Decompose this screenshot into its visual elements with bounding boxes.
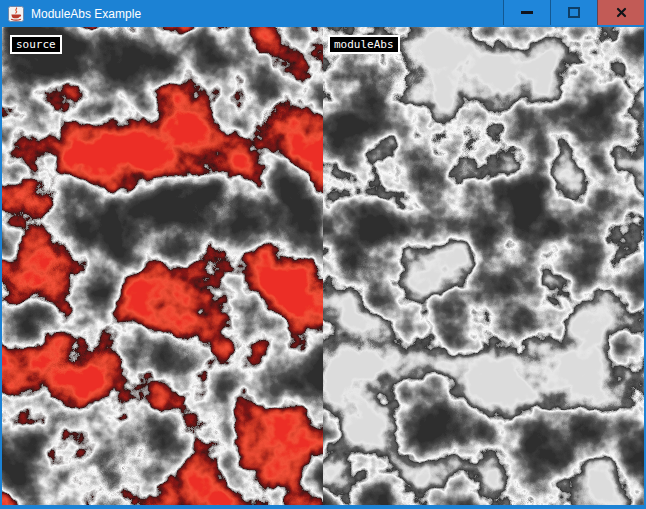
maximize-icon — [568, 7, 580, 18]
java-coffee-cup-icon[interactable] — [8, 6, 24, 22]
window-controls — [503, 0, 644, 25]
minimize-icon — [521, 11, 533, 14]
close-button[interactable] — [597, 0, 644, 25]
close-x-icon — [616, 7, 627, 18]
window-title: ModuleAbs Example — [31, 7, 503, 21]
moduleabs-image-panel: moduleAbs — [323, 27, 644, 505]
content-area: source — [0, 27, 646, 509]
moduleabs-label: moduleAbs — [328, 35, 400, 54]
app-window: ModuleAbs Example — [0, 0, 646, 509]
source-image-panel: source — [2, 27, 323, 505]
moduleabs-noise-image — [323, 27, 644, 505]
minimize-button[interactable] — [503, 0, 550, 25]
titlebar[interactable]: ModuleAbs Example — [0, 0, 646, 27]
maximize-button[interactable] — [550, 0, 597, 25]
source-noise-image — [2, 27, 323, 505]
java-coffee-cup-glyph — [8, 6, 24, 22]
source-label: source — [10, 35, 62, 54]
